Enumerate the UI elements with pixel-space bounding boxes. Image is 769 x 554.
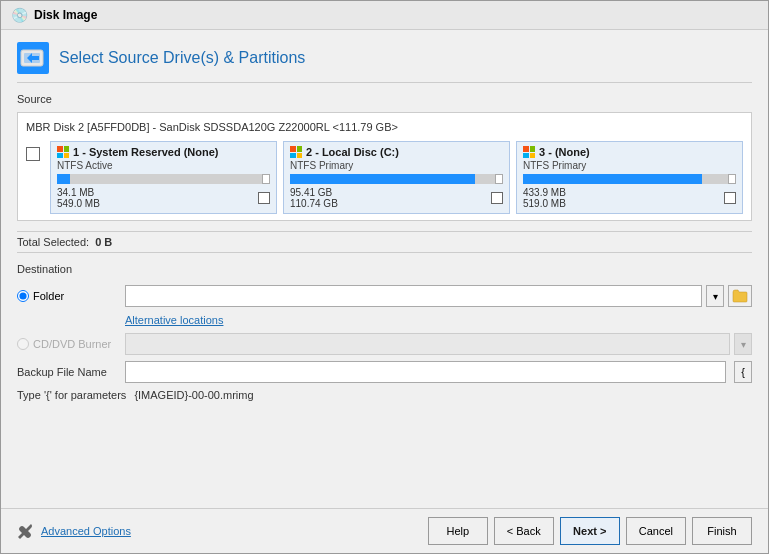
- source-section: Source MBR Disk 2 [A5FFD0DB] - SanDisk S…: [17, 93, 752, 221]
- win-logo-3: [523, 146, 535, 158]
- folder-dropdown-btn[interactable]: ▾: [706, 285, 724, 307]
- partition-1-sizes: 34.1 MB 549.0 MB: [57, 187, 270, 209]
- wrench-icon: [17, 522, 35, 540]
- partition-1-title: 1 - System Reserved (None): [57, 146, 270, 158]
- destination-label: Destination: [17, 263, 752, 275]
- cddvd-radio-text: CD/DVD Burner: [33, 338, 111, 350]
- disk-checkbox[interactable]: [26, 147, 40, 161]
- folder-textbox[interactable]: [125, 285, 702, 307]
- folder-icon: [732, 289, 748, 303]
- folder-input-row: ▾: [125, 285, 752, 307]
- partition-1-name: 1 - System Reserved (None): [73, 146, 219, 158]
- backup-file-name-input[interactable]: [125, 361, 726, 383]
- partition-3-checkbox[interactable]: [724, 192, 736, 204]
- footer-buttons: Help < Back Next > Cancel Finish: [428, 517, 752, 545]
- page-title: Select Source Drive(s) & Partitions: [59, 49, 305, 67]
- partition-2-checkbox[interactable]: [491, 192, 503, 204]
- main-window: 💿 Disk Image Select Source Drive(s) & Pa…: [0, 0, 769, 554]
- title-bar: 💿 Disk Image: [1, 1, 768, 30]
- total-selected-label: Total Selected:: [17, 236, 89, 248]
- cddvd-radio-label[interactable]: CD/DVD Burner: [17, 338, 117, 350]
- partition-3-fill: [523, 174, 702, 184]
- partition-2-fill: [290, 174, 475, 184]
- partition-3-bar: [523, 174, 736, 184]
- backup-file-name-row: Backup File Name {: [17, 361, 752, 383]
- cddvd-disabled-input: [125, 333, 730, 355]
- partition-card-3: 3 - (None) NTFS Primary 433.9 MB 519.0 M…: [516, 141, 743, 214]
- disk-checkbox-area: [26, 141, 44, 161]
- destination-section: Destination Folder ▾: [17, 263, 752, 401]
- backup-file-name-label: Backup File Name: [17, 366, 117, 378]
- partition-2-title: 2 - Local Disc (C:): [290, 146, 503, 158]
- folder-row: Folder ▾: [17, 285, 752, 307]
- partition-1-end: [262, 174, 270, 184]
- page-header: Select Source Drive(s) & Partitions: [17, 42, 752, 83]
- advanced-options-link[interactable]: Advanced Options: [41, 525, 131, 537]
- partition-1-checkbox[interactable]: [258, 192, 270, 204]
- partition-3-type: NTFS Primary: [523, 160, 736, 171]
- win-logo-1: [57, 146, 69, 158]
- partition-3-end: [728, 174, 736, 184]
- total-selected-value: 0 B: [95, 236, 112, 248]
- partitions-row: 1 - System Reserved (None) NTFS Active 3…: [26, 141, 743, 214]
- alt-locations-link[interactable]: Alternative locations: [125, 314, 223, 326]
- source-box: MBR Disk 2 [A5FFD0DB] - SanDisk SDSSDA12…: [17, 112, 752, 221]
- footer: Advanced Options Help < Back Next > Canc…: [1, 508, 768, 553]
- backup-params-btn[interactable]: {: [734, 361, 752, 383]
- cddvd-input-row: ▾: [125, 333, 752, 355]
- partition-3-sizes: 433.9 MB 519.0 MB: [523, 187, 736, 209]
- cddvd-radio[interactable]: [17, 338, 29, 350]
- disk-header: MBR Disk 2 [A5FFD0DB] - SanDisk SDSSDA12…: [26, 119, 743, 135]
- next-button[interactable]: Next >: [560, 517, 620, 545]
- cancel-button[interactable]: Cancel: [626, 517, 686, 545]
- partition-2-type: NTFS Primary: [290, 160, 503, 171]
- type-params-value: {IMAGEID}-00-00.mrimg: [134, 389, 253, 401]
- partition-3-name: 3 - (None): [539, 146, 590, 158]
- folder-radio-label[interactable]: Folder: [17, 290, 117, 302]
- win-logo-2: [290, 146, 302, 158]
- partition-2-end: [495, 174, 503, 184]
- footer-left: Advanced Options: [17, 522, 131, 540]
- partition-3-title: 3 - (None): [523, 146, 736, 158]
- partition-1-fill: [57, 174, 70, 184]
- cddvd-disabled-dropdown: ▾: [734, 333, 752, 355]
- source-label: Source: [17, 93, 52, 105]
- partition-2-name: 2 - Local Disc (C:): [306, 146, 399, 158]
- alt-locations-row: Alternative locations: [17, 313, 752, 327]
- partition-1-bar: [57, 174, 270, 184]
- main-content: Select Source Drive(s) & Partitions Sour…: [1, 30, 768, 508]
- help-button[interactable]: Help: [428, 517, 488, 545]
- partition-1-type: NTFS Active: [57, 160, 270, 171]
- partition-2-sizes: 95.41 GB 110.74 GB: [290, 187, 503, 209]
- chevron-down-icon: ▾: [713, 291, 718, 302]
- type-params-label: Type '{' for parameters: [17, 389, 126, 401]
- folder-radio-text: Folder: [33, 290, 64, 302]
- total-selected-row: Total Selected: 0 B: [17, 231, 752, 253]
- partition-3-used: 433.9 MB 519.0 MB: [523, 187, 566, 209]
- folder-browse-btn[interactable]: [728, 285, 752, 307]
- folder-radio[interactable]: [17, 290, 29, 302]
- title-bar-icon: 💿: [11, 7, 28, 23]
- partition-card-1: 1 - System Reserved (None) NTFS Active 3…: [50, 141, 277, 214]
- partition-2-bar: [290, 174, 503, 184]
- back-button[interactable]: < Back: [494, 517, 554, 545]
- cddvd-row: CD/DVD Burner ▾: [17, 333, 752, 355]
- page-header-icon: [17, 42, 49, 74]
- partition-1-used: 34.1 MB 549.0 MB: [57, 187, 100, 209]
- partition-2-used: 95.41 GB 110.74 GB: [290, 187, 338, 209]
- title-bar-label: Disk Image: [34, 8, 97, 22]
- finish-button[interactable]: Finish: [692, 517, 752, 545]
- type-params-row: Type '{' for parameters {IMAGEID}-00-00.…: [17, 389, 752, 401]
- partition-card-2: 2 - Local Disc (C:) NTFS Primary 95.41 G…: [283, 141, 510, 214]
